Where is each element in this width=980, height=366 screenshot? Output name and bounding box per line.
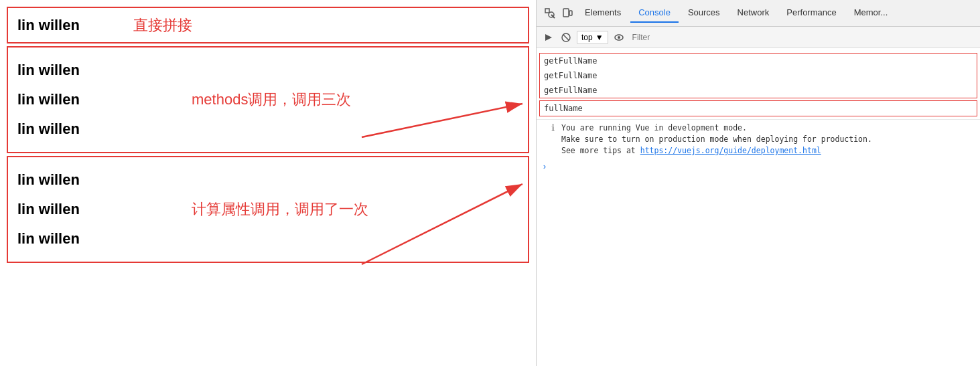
section-methods: lin willen lin willen lin willen methods… bbox=[7, 46, 529, 153]
name-computed-1: lin willen bbox=[17, 171, 151, 189]
info-icon: ℹ bbox=[551, 122, 555, 133]
svg-line-11 bbox=[563, 35, 569, 40]
tab-memory[interactable]: Memor... bbox=[846, 3, 896, 23]
devtools-panel: Elements Console Sources Network Perform… bbox=[536, 0, 980, 366]
console-prompt[interactable]: › bbox=[537, 159, 980, 175]
console-entry-getfullname-2: getFullName bbox=[540, 68, 977, 83]
tab-elements[interactable]: Elements bbox=[577, 3, 629, 23]
info-line-3: See more tips at https://vuejs.org/guide… bbox=[561, 145, 872, 157]
console-entry-fullname: fullName bbox=[540, 101, 977, 116]
tab-console[interactable]: Console bbox=[630, 3, 679, 23]
names-column-computed: lin willen lin willen lin willen bbox=[17, 171, 151, 248]
label-computed: 计算属性调用，调用了一次 bbox=[192, 199, 368, 219]
tab-network[interactable]: Network bbox=[729, 3, 778, 23]
context-selector[interactable]: top ▼ bbox=[577, 31, 608, 44]
inspect-icon[interactable] bbox=[542, 5, 558, 21]
tab-performance[interactable]: Performance bbox=[778, 3, 844, 23]
context-value: top bbox=[581, 33, 593, 42]
info-line-1: You are running Vue in development mode. bbox=[561, 122, 872, 134]
chevron-down-icon: ▼ bbox=[596, 33, 604, 42]
console-entry-getfullname-1: getFullName bbox=[540, 54, 977, 68]
name-display-1: lin willen bbox=[17, 17, 80, 34]
tab-sources[interactable]: Sources bbox=[680, 3, 728, 23]
console-entry-getfullname-3: getFullName bbox=[540, 83, 977, 98]
name-computed-2: lin willen bbox=[17, 201, 151, 218]
label-direct-concat: 直接拼接 bbox=[133, 15, 192, 35]
svg-point-13 bbox=[618, 36, 620, 39]
section-computed: lin willen lin willen lin willen 计算属性调用，… bbox=[7, 156, 529, 263]
svg-rect-4 bbox=[545, 9, 549, 13]
console-info-text: You are running Vue in development mode.… bbox=[561, 122, 872, 157]
svg-rect-8 bbox=[569, 11, 572, 15]
devtools-tabbar: Elements Console Sources Network Perform… bbox=[537, 0, 980, 27]
svg-rect-7 bbox=[563, 9, 569, 17]
names-column-methods: lin willen lin willen lin willen bbox=[17, 62, 151, 138]
filter-input[interactable] bbox=[630, 31, 975, 43]
console-output: getFullName getFullName getFullName full… bbox=[537, 48, 980, 366]
console-toolbar: top ▼ bbox=[537, 27, 980, 48]
device-icon[interactable] bbox=[559, 5, 575, 21]
label-methods: methods调用，调用三次 bbox=[192, 90, 351, 110]
info-link[interactable]: https://vuejs.org/guide/deployment.html bbox=[640, 146, 821, 155]
name-methods-2: lin willen bbox=[17, 91, 151, 108]
name-methods-1: lin willen bbox=[17, 62, 151, 79]
name-computed-3: lin willen bbox=[17, 230, 151, 248]
name-methods-3: lin willen bbox=[17, 120, 151, 138]
section-direct-concat: lin willen 直接拼接 bbox=[7, 7, 529, 43]
console-run-icon[interactable] bbox=[542, 31, 555, 44]
eye-icon[interactable] bbox=[612, 31, 626, 44]
svg-marker-9 bbox=[545, 34, 552, 41]
info-line-2: Make sure to turn on production mode whe… bbox=[561, 134, 872, 145]
console-clear-icon[interactable] bbox=[559, 31, 573, 44]
